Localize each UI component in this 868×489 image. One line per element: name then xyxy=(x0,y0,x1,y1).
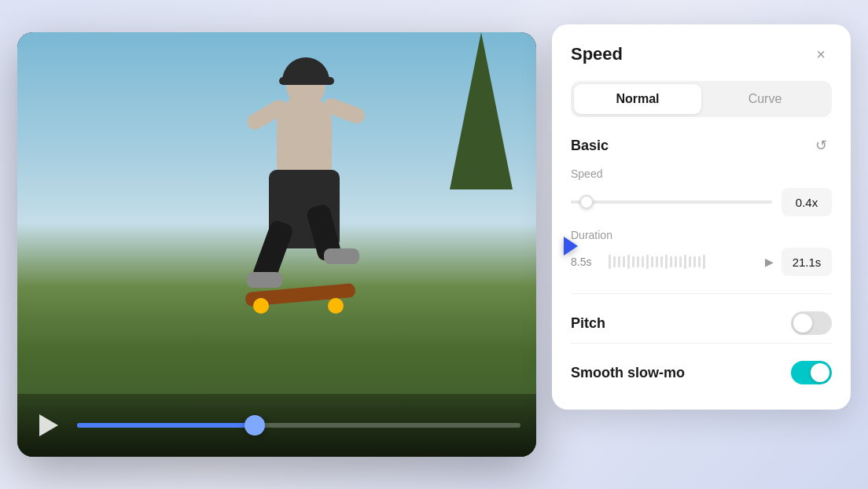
tick xyxy=(660,256,663,267)
timeline-track xyxy=(77,423,520,428)
duration-label: Duration xyxy=(571,229,832,241)
smooth-slowmo-toggle[interactable] xyxy=(791,361,832,384)
basic-section-title: Basic xyxy=(571,138,609,154)
play-button[interactable] xyxy=(33,410,64,441)
duration-row: 8.5s xyxy=(571,248,832,276)
skater-shoe-right xyxy=(324,248,359,264)
skater-wheel-back xyxy=(328,298,344,314)
tab-curve[interactable]: Curve xyxy=(701,84,829,114)
video-background xyxy=(17,32,536,457)
speed-slider-thumb[interactable] xyxy=(579,195,594,209)
tick xyxy=(670,256,672,267)
close-button[interactable]: × xyxy=(810,43,832,65)
divider-2 xyxy=(571,343,832,344)
tick xyxy=(698,256,701,267)
duration-bar[interactable]: ▶ xyxy=(609,252,774,271)
skater-figure xyxy=(230,48,387,331)
timeline-thumb[interactable] xyxy=(245,415,265,436)
tick xyxy=(623,256,625,267)
tick xyxy=(618,256,620,267)
tab-switcher: Normal Curve xyxy=(571,81,832,117)
speed-slider[interactable] xyxy=(571,194,772,210)
speed-slider-row: 0.4x xyxy=(571,188,832,216)
tick xyxy=(665,255,668,269)
tick xyxy=(651,256,653,267)
smooth-slowmo-label: Smooth slow-mo xyxy=(571,365,685,381)
basic-section-header: Basic ↺ xyxy=(571,134,832,156)
pitch-toggle[interactable] xyxy=(791,311,832,335)
panel-title: Speed xyxy=(571,44,623,64)
skater-shoe-left xyxy=(247,272,282,288)
tick xyxy=(627,255,630,269)
speed-panel: Speed × Normal Curve Basic ↺ Speed 0.4x … xyxy=(552,24,851,410)
duration-arrow-icon: ▶ xyxy=(765,256,774,268)
tick xyxy=(693,256,696,267)
divider xyxy=(571,293,832,294)
duration-end-value: 21.1s xyxy=(782,248,832,276)
skater-cap-brim xyxy=(279,77,334,85)
tick xyxy=(684,255,686,269)
tick xyxy=(609,255,611,269)
smooth-slowmo-row: Smooth slow-mo xyxy=(571,358,832,388)
speed-slider-track xyxy=(571,200,772,204)
tick xyxy=(642,256,644,267)
tick xyxy=(675,256,677,267)
duration-start: 8.5s xyxy=(571,256,601,268)
tick xyxy=(613,256,616,267)
reset-button[interactable]: ↺ xyxy=(810,134,832,156)
play-icon xyxy=(39,414,58,436)
timeline[interactable] xyxy=(77,420,520,431)
skater-wheel-front xyxy=(253,298,269,314)
duration-ticks xyxy=(609,255,774,269)
tab-normal[interactable]: Normal xyxy=(574,84,701,114)
panel-header: Speed × xyxy=(571,43,832,65)
tick xyxy=(646,255,649,269)
speed-value: 0.4x xyxy=(782,188,832,216)
speed-label: Speed xyxy=(571,167,832,180)
pitch-label: Pitch xyxy=(571,315,605,332)
video-card xyxy=(17,32,536,457)
tick xyxy=(637,256,639,267)
timeline-progress xyxy=(77,423,255,428)
tick xyxy=(689,256,691,267)
tick xyxy=(703,255,705,269)
tick xyxy=(632,256,634,267)
pitch-row: Pitch xyxy=(571,308,832,338)
scene: Speed × Normal Curve Basic ↺ Speed 0.4x … xyxy=(17,17,851,472)
tick xyxy=(656,256,658,267)
tick xyxy=(679,256,682,267)
pitch-toggle-knob xyxy=(793,314,812,333)
playback-bar xyxy=(17,394,536,457)
smooth-slowmo-toggle-knob xyxy=(811,363,829,382)
tree-decoration xyxy=(450,32,513,189)
